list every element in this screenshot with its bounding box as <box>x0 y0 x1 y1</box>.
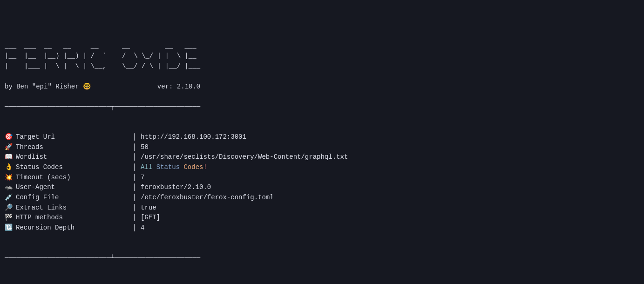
config-row: 🦡User-Agent│feroxbuster/2.10.0 <box>5 183 639 193</box>
config-row: 📖Wordlist│/usr/share/seclists/Discovery/… <box>5 152 639 162</box>
config-block: 🎯Target Url│http://192.168.100.172:3001 … <box>5 132 639 233</box>
config-row: 💉Config File│/etc/feroxbuster/ferox-conf… <box>5 193 639 203</box>
config-icon: 🔃 <box>5 223 16 233</box>
config-label: Timeout (secs) <box>16 173 132 183</box>
config-row: 💥Timeout (secs)│7 <box>5 173 639 183</box>
config-row: 🏁HTTP methods│[GET] <box>5 213 639 223</box>
config-icon: 🦡 <box>5 183 16 193</box>
config-value: 7 <box>141 173 144 183</box>
config-row: 👌Status Codes│All Status Codes! <box>5 162 639 173</box>
separator-top: ───────────────────────────┬────────────… <box>5 102 639 112</box>
config-label: Status Codes <box>16 162 132 173</box>
config-value: true <box>141 203 156 213</box>
config-icon: 🚀 <box>5 142 16 153</box>
config-row: 🎯Target Url│http://192.168.100.172:3001 <box>5 132 639 142</box>
config-label: Recursion Depth <box>16 223 132 233</box>
config-value: http://192.168.100.172:3001 <box>141 132 246 142</box>
config-icon: 🔎 <box>5 203 16 213</box>
config-value: feroxbuster/2.10.0 <box>141 183 211 193</box>
config-icon: 🏁 <box>5 213 16 223</box>
config-row: 🚀Threads│50 <box>5 142 639 153</box>
config-icon: 👌 <box>5 162 16 173</box>
config-icon: 💥 <box>5 173 16 183</box>
config-value: /etc/feroxbuster/ferox-config.toml <box>141 193 274 203</box>
config-label: Extract Links <box>16 203 132 213</box>
config-row: 🔎Extract Links│true <box>5 203 639 213</box>
config-value: /usr/share/seclists/Discovery/Web-Conten… <box>141 152 348 162</box>
config-value: [GET] <box>141 213 160 223</box>
config-label: HTTP methods <box>16 213 132 223</box>
config-icon: 🎯 <box>5 132 16 142</box>
config-value: All Status Codes! <box>141 162 207 173</box>
config-label: Config File <box>16 193 132 203</box>
separator-mid: ───────────────────────────┴────────────… <box>5 253 639 264</box>
config-value: 50 <box>141 142 149 153</box>
config-label: Wordlist <box>16 152 132 162</box>
ascii-art-banner: ___ ___ __ __ __ __ __ ___ |__ |__ |__) … <box>5 41 639 72</box>
config-icon: 💉 <box>5 193 16 203</box>
config-label: User-Agent <box>16 183 132 193</box>
config-icon: 📖 <box>5 152 16 162</box>
config-row: 🔃Recursion Depth│4 <box>5 223 639 233</box>
byline: by Ben "epi" Risher 🤓 ver: 2.10.0 <box>5 82 639 92</box>
config-label: Target Url <box>16 132 132 142</box>
config-value: 4 <box>141 223 144 233</box>
config-label: Threads <box>16 142 132 153</box>
